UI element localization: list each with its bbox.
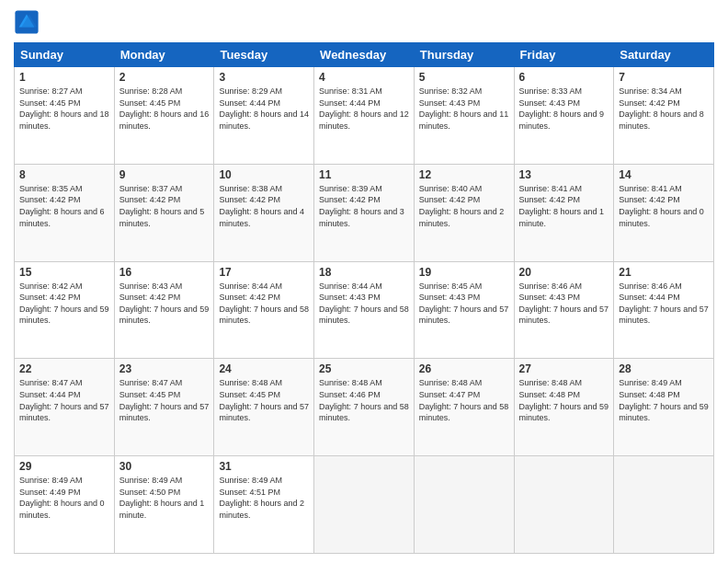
calendar-week-row: 15 Sunrise: 8:42 AM Sunset: 4:42 PM Dayl… [15, 261, 714, 359]
calendar-day-cell: 22 Sunrise: 8:47 AM Sunset: 4:44 PM Dayl… [15, 359, 115, 456]
day-number: 31 [219, 460, 309, 473]
day-info: Sunrise: 8:31 AM Sunset: 4:44 PM Dayligh… [319, 86, 409, 132]
day-info: Sunrise: 8:44 AM Sunset: 4:42 PM Dayligh… [219, 281, 309, 327]
calendar-day-cell: 7 Sunrise: 8:34 AM Sunset: 4:42 PM Dayli… [614, 67, 714, 165]
logo-icon [14, 9, 40, 35]
header [14, 9, 714, 35]
day-info: Sunrise: 8:48 AM Sunset: 4:47 PM Dayligh… [419, 377, 509, 423]
page: SundayMondayTuesdayWednesdayThursdayFrid… [0, 0, 728, 563]
calendar-day-cell: 21 Sunrise: 8:46 AM Sunset: 4:44 PM Dayl… [614, 261, 714, 359]
day-number: 14 [619, 168, 709, 181]
day-number: 13 [519, 168, 609, 181]
day-number: 19 [419, 266, 509, 279]
day-info: Sunrise: 8:44 AM Sunset: 4:43 PM Dayligh… [319, 281, 409, 327]
calendar-day-cell: 18 Sunrise: 8:44 AM Sunset: 4:43 PM Dayl… [314, 261, 415, 359]
day-number: 24 [219, 362, 309, 375]
calendar-day-cell: 24 Sunrise: 8:48 AM Sunset: 4:45 PM Dayl… [214, 359, 314, 456]
calendar-day-cell: 1 Sunrise: 8:27 AM Sunset: 4:45 PM Dayli… [15, 67, 115, 165]
day-info: Sunrise: 8:28 AM Sunset: 4:45 PM Dayligh… [119, 86, 210, 132]
calendar-day-cell: 3 Sunrise: 8:29 AM Sunset: 4:44 PM Dayli… [214, 67, 314, 165]
day-info: Sunrise: 8:43 AM Sunset: 4:42 PM Dayligh… [119, 281, 210, 327]
calendar-header-row: SundayMondayTuesdayWednesdayThursdayFrid… [15, 43, 714, 67]
calendar-day-cell: 19 Sunrise: 8:45 AM Sunset: 4:43 PM Dayl… [414, 261, 514, 359]
day-number: 2 [119, 71, 210, 84]
day-number: 16 [119, 266, 210, 279]
day-number: 22 [19, 362, 109, 375]
day-number: 17 [219, 266, 309, 279]
calendar-day-cell: 15 Sunrise: 8:42 AM Sunset: 4:42 PM Dayl… [15, 261, 115, 359]
day-info: Sunrise: 8:39 AM Sunset: 4:42 PM Dayligh… [319, 183, 409, 229]
day-number: 21 [619, 266, 709, 279]
calendar-day-cell: 28 Sunrise: 8:49 AM Sunset: 4:48 PM Dayl… [614, 359, 714, 456]
day-number: 15 [19, 266, 109, 279]
day-info: Sunrise: 8:48 AM Sunset: 4:46 PM Dayligh… [319, 377, 409, 423]
day-number: 8 [19, 168, 109, 181]
day-number: 11 [319, 168, 409, 181]
calendar-day-cell: 23 Sunrise: 8:47 AM Sunset: 4:45 PM Dayl… [114, 359, 214, 456]
day-number: 5 [419, 71, 509, 84]
weekday-header: Monday [114, 43, 214, 67]
day-info: Sunrise: 8:41 AM Sunset: 4:42 PM Dayligh… [519, 183, 609, 229]
day-info: Sunrise: 8:34 AM Sunset: 4:42 PM Dayligh… [619, 86, 709, 132]
day-number: 10 [219, 168, 309, 181]
day-info: Sunrise: 8:35 AM Sunset: 4:42 PM Dayligh… [19, 183, 109, 229]
day-number: 4 [319, 71, 409, 84]
calendar-day-cell: 11 Sunrise: 8:39 AM Sunset: 4:42 PM Dayl… [314, 164, 415, 261]
day-number: 25 [319, 362, 409, 375]
day-info: Sunrise: 8:49 AM Sunset: 4:50 PM Dayligh… [119, 475, 210, 521]
day-info: Sunrise: 8:38 AM Sunset: 4:42 PM Dayligh… [219, 183, 309, 229]
calendar-week-row: 29 Sunrise: 8:49 AM Sunset: 4:49 PM Dayl… [15, 456, 714, 554]
weekday-header: Saturday [614, 43, 714, 67]
day-info: Sunrise: 8:49 AM Sunset: 4:51 PM Dayligh… [219, 475, 309, 521]
calendar-day-cell: 29 Sunrise: 8:49 AM Sunset: 4:49 PM Dayl… [15, 456, 115, 554]
calendar-day-cell: 27 Sunrise: 8:48 AM Sunset: 4:48 PM Dayl… [514, 359, 614, 456]
day-info: Sunrise: 8:47 AM Sunset: 4:44 PM Dayligh… [19, 377, 109, 423]
calendar-day-cell: 2 Sunrise: 8:28 AM Sunset: 4:45 PM Dayli… [114, 67, 214, 165]
day-info: Sunrise: 8:29 AM Sunset: 4:44 PM Dayligh… [219, 86, 309, 132]
day-info: Sunrise: 8:48 AM Sunset: 4:45 PM Dayligh… [219, 377, 309, 423]
calendar-week-row: 22 Sunrise: 8:47 AM Sunset: 4:44 PM Dayl… [15, 359, 714, 456]
calendar-week-row: 1 Sunrise: 8:27 AM Sunset: 4:45 PM Dayli… [15, 67, 714, 165]
day-number: 9 [119, 168, 210, 181]
calendar-day-cell [514, 456, 614, 554]
calendar-day-cell: 26 Sunrise: 8:48 AM Sunset: 4:47 PM Dayl… [414, 359, 514, 456]
weekday-header: Sunday [15, 43, 115, 67]
calendar-day-cell: 8 Sunrise: 8:35 AM Sunset: 4:42 PM Dayli… [15, 164, 115, 261]
day-number: 23 [119, 362, 210, 375]
calendar-day-cell: 9 Sunrise: 8:37 AM Sunset: 4:42 PM Dayli… [114, 164, 214, 261]
day-number: 6 [519, 71, 609, 84]
calendar-day-cell: 20 Sunrise: 8:46 AM Sunset: 4:43 PM Dayl… [514, 261, 614, 359]
day-info: Sunrise: 8:48 AM Sunset: 4:48 PM Dayligh… [519, 377, 609, 423]
day-info: Sunrise: 8:49 AM Sunset: 4:48 PM Dayligh… [619, 377, 709, 423]
day-info: Sunrise: 8:49 AM Sunset: 4:49 PM Dayligh… [19, 475, 109, 521]
day-number: 27 [519, 362, 609, 375]
calendar-day-cell: 31 Sunrise: 8:49 AM Sunset: 4:51 PM Dayl… [214, 456, 314, 554]
calendar-day-cell: 30 Sunrise: 8:49 AM Sunset: 4:50 PM Dayl… [114, 456, 214, 554]
day-number: 29 [19, 460, 109, 473]
calendar-day-cell: 12 Sunrise: 8:40 AM Sunset: 4:42 PM Dayl… [414, 164, 514, 261]
calendar-table: SundayMondayTuesdayWednesdayThursdayFrid… [14, 42, 714, 554]
calendar-day-cell: 17 Sunrise: 8:44 AM Sunset: 4:42 PM Dayl… [214, 261, 314, 359]
day-info: Sunrise: 8:46 AM Sunset: 4:43 PM Dayligh… [519, 281, 609, 327]
calendar-day-cell: 13 Sunrise: 8:41 AM Sunset: 4:42 PM Dayl… [514, 164, 614, 261]
day-info: Sunrise: 8:33 AM Sunset: 4:43 PM Dayligh… [519, 86, 609, 132]
weekday-header: Friday [514, 43, 614, 67]
day-info: Sunrise: 8:32 AM Sunset: 4:43 PM Dayligh… [419, 86, 509, 132]
day-info: Sunrise: 8:37 AM Sunset: 4:42 PM Dayligh… [119, 183, 210, 229]
day-info: Sunrise: 8:27 AM Sunset: 4:45 PM Dayligh… [19, 86, 109, 132]
calendar-day-cell: 6 Sunrise: 8:33 AM Sunset: 4:43 PM Dayli… [514, 67, 614, 165]
day-info: Sunrise: 8:41 AM Sunset: 4:42 PM Dayligh… [619, 183, 709, 229]
weekday-header: Wednesday [314, 43, 415, 67]
calendar-day-cell: 4 Sunrise: 8:31 AM Sunset: 4:44 PM Dayli… [314, 67, 415, 165]
calendar-day-cell: 16 Sunrise: 8:43 AM Sunset: 4:42 PM Dayl… [114, 261, 214, 359]
calendar-day-cell: 10 Sunrise: 8:38 AM Sunset: 4:42 PM Dayl… [214, 164, 314, 261]
calendar-day-cell [314, 456, 415, 554]
day-number: 18 [319, 266, 409, 279]
day-info: Sunrise: 8:45 AM Sunset: 4:43 PM Dayligh… [419, 281, 509, 327]
calendar-day-cell: 25 Sunrise: 8:48 AM Sunset: 4:46 PM Dayl… [314, 359, 415, 456]
day-number: 3 [219, 71, 309, 84]
day-info: Sunrise: 8:40 AM Sunset: 4:42 PM Dayligh… [419, 183, 509, 229]
day-number: 30 [119, 460, 210, 473]
logo [14, 9, 43, 35]
calendar-week-row: 8 Sunrise: 8:35 AM Sunset: 4:42 PM Dayli… [15, 164, 714, 261]
